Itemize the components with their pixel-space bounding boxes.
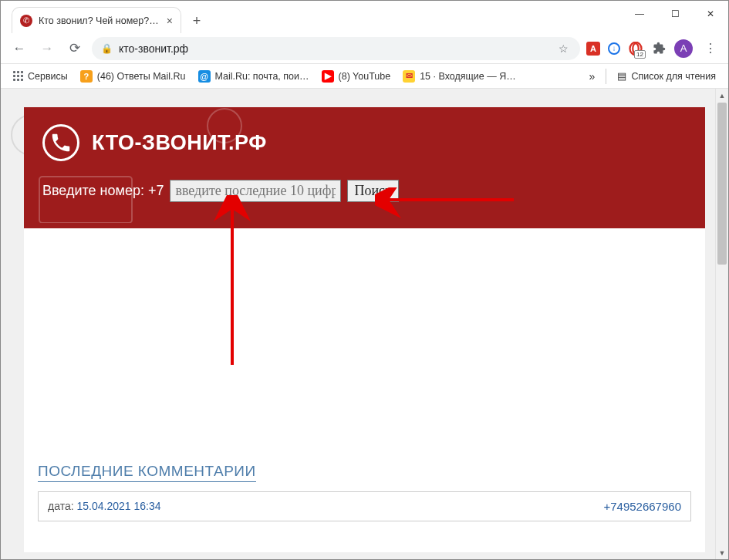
bookmark-label: Mail.Ru: почта, пои…	[215, 71, 309, 82]
apps-shortcut[interactable]: Сервисы	[8, 68, 73, 85]
recent-comments-heading: ПОСЛЕДНИЕ КОММЕНТАРИИ	[38, 463, 256, 482]
tab-close-icon[interactable]: ×	[167, 15, 173, 27]
bookmarks-bar: Сервисы ?(46) Ответы Mail.Ru@Mail.Ru: по…	[1, 64, 728, 89]
tab-favicon-icon: ✆	[20, 15, 32, 27]
reading-list-button[interactable]: ▤ Список для чтения	[613, 67, 721, 85]
address-bar[interactable]: 🔒 кто-звонит.рф ☆	[92, 37, 580, 60]
browser-tab[interactable]: ✆ Кто звонил? Чей номер? - узнат ×	[12, 7, 181, 33]
apps-label: Сервисы	[28, 71, 68, 82]
window-minimize-button[interactable]: —	[622, 1, 657, 27]
search-button[interactable]: Поиск	[347, 180, 398, 202]
profile-avatar[interactable]: A	[674, 39, 693, 58]
new-tab-button[interactable]: +	[186, 10, 208, 32]
browser-menu-button[interactable]: ⋮	[700, 41, 721, 56]
bookmark-favicon-icon: ▶	[322, 70, 334, 83]
bookmark-favicon-icon: ?	[80, 70, 93, 83]
reading-list-label: Список для чтения	[631, 71, 716, 82]
tab-title: Кто звонил? Чей номер? - узнат	[39, 15, 160, 26]
scroll-thumb[interactable]	[717, 103, 727, 265]
bookmark-label: (8) YouTube	[339, 71, 391, 82]
extensions-menu-icon[interactable]	[651, 41, 667, 56]
address-bar-row: ← → ⟳ 🔒 кто-звонит.рф ☆ A ↓ 12 A ⋮	[1, 33, 728, 64]
reading-list-icon: ▤	[617, 70, 626, 82]
site-logo-icon	[42, 124, 79, 161]
bookmark-favicon-icon: ✉	[403, 70, 415, 83]
window-close-button[interactable]: ✕	[693, 1, 728, 27]
bookmark-favicon-icon: @	[198, 70, 211, 83]
opera-extension-icon[interactable]: 12	[628, 41, 643, 56]
bookmark-mail-answers[interactable]: ?(46) Ответы Mail.Ru	[76, 67, 191, 86]
bookmark-label: 15 · Входящие — Я…	[420, 71, 516, 82]
phone-number-input[interactable]	[170, 180, 341, 202]
pdf-extension-icon[interactable]: A	[586, 42, 600, 56]
back-button[interactable]: ←	[8, 38, 30, 59]
comment-item: дата: 15.04.2021 16:34 +74952667960	[38, 491, 691, 521]
site-title: КТО-ЗВОНИТ.РФ	[92, 131, 267, 155]
bookmark-star-icon[interactable]: ☆	[555, 41, 571, 56]
window-maximize-button[interactable]: ☐	[657, 1, 693, 27]
scroll-up-icon[interactable]: ▲	[716, 89, 728, 102]
extension-badge: 12	[634, 50, 646, 59]
reload-button[interactable]: ⟳	[64, 38, 86, 59]
window-titlebar: ✆ Кто звонил? Чей номер? - узнат × + — ☐…	[1, 1, 728, 27]
url-text: кто-звонит.рф	[119, 42, 549, 55]
comment-phone-link[interactable]: +74952667960	[603, 500, 681, 513]
comment-date[interactable]: 15.04.2021 16:34	[76, 500, 160, 512]
page-viewport: КТО-ЗВОНИТ.РФ Введите номер: +7 Поиск ПО…	[1, 89, 728, 559]
vertical-scrollbar[interactable]: ▲ ▼	[715, 89, 728, 559]
bookmark-yandex[interactable]: ✉15 · Входящие — Я…	[398, 67, 521, 86]
site-header: КТО-ЗВОНИТ.РФ Введите номер: +7 Поиск	[24, 107, 705, 228]
apps-grid-icon	[13, 71, 23, 81]
search-label: Введите номер: +7	[42, 183, 164, 199]
main-content: ПОСЛЕДНИЕ КОММЕНТАРИИ дата: 15.04.2021 1…	[24, 228, 705, 552]
comment-date-label: дата:	[48, 500, 76, 512]
bookmark-overflow-button[interactable]: »	[585, 70, 600, 83]
bookmark-youtube[interactable]: ▶(8) YouTube	[317, 67, 396, 86]
forward-button[interactable]: →	[36, 38, 58, 59]
lock-icon: 🔒	[101, 43, 113, 54]
divider	[606, 69, 606, 84]
bookmark-label: (46) Ответы Mail.Ru	[97, 71, 186, 82]
bookmark-mailru[interactable]: @Mail.Ru: почта, пои…	[194, 67, 314, 86]
download-extension-icon[interactable]: ↓	[608, 42, 620, 55]
scroll-down-icon[interactable]: ▼	[716, 546, 728, 559]
